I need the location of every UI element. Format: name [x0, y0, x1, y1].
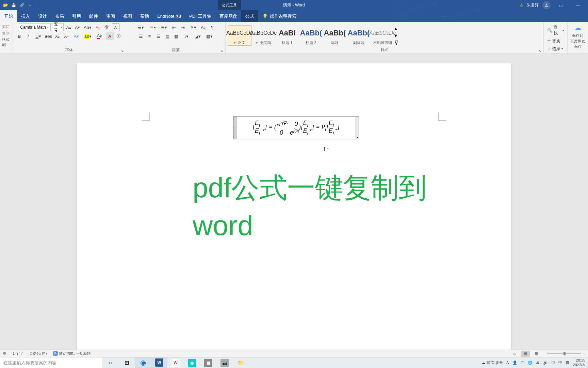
tab-layout[interactable]: 布局	[51, 10, 68, 22]
numbering-button[interactable]: ⩸▾	[147, 24, 158, 31]
view-read-button[interactable]: ▭	[510, 351, 519, 357]
tray-volume-icon[interactable]: 🔊	[543, 361, 548, 365]
page[interactable]: ⋮⋮ [Ei'⁻Ei'⁺] = (e-jφi 0 0 ejφi)[Ei⁻Ei⁺]…	[77, 63, 511, 352]
tab-insert[interactable]: 插入	[17, 10, 34, 22]
style-title[interactable]: AaBb(标题	[323, 25, 347, 46]
taskbar-search[interactable]: 在这里输入你要搜索的内容	[0, 357, 102, 368]
tray-battery-icon[interactable]: 🖷	[536, 361, 540, 365]
tell-me-search[interactable]: 💡 操作说明搜索	[258, 10, 300, 22]
status-words[interactable]: 1 个字	[13, 351, 23, 356]
zoom-slider[interactable]	[547, 353, 581, 354]
tray-clock[interactable]: 20:15 2022/3/	[573, 358, 585, 367]
font-name-select[interactable]: Cambria Math▾	[19, 24, 51, 31]
highlight-button[interactable]: ab▾	[83, 32, 93, 40]
app-icon[interactable]: ◉	[184, 357, 200, 368]
tab-home[interactable]: 开始	[0, 10, 17, 22]
align-left-button[interactable]: ☰	[137, 32, 145, 40]
tab-help[interactable]: 帮助	[136, 10, 153, 22]
tray-app-icon[interactable]: 👤	[512, 361, 517, 365]
enclose-char-button[interactable]: ㊉	[115, 32, 122, 40]
replace-button[interactable]: ᵃᵇ替换	[546, 37, 565, 45]
borders-button[interactable]: ▦▾	[205, 32, 215, 40]
subscript-button[interactable]: X₂	[54, 32, 61, 40]
view-web-button[interactable]: ▦	[532, 351, 541, 357]
word-icon[interactable]: W	[151, 357, 167, 368]
shrink-font-button[interactable]: A▾	[74, 24, 81, 31]
edge-icon[interactable]: ◉	[135, 357, 151, 368]
tab-view[interactable]: 视图	[119, 10, 136, 22]
task-view-icon[interactable]: ⊞	[118, 357, 135, 368]
char-border-button[interactable]: A	[112, 24, 119, 31]
warning-icon[interactable]: ⚠	[520, 3, 523, 7]
select-button[interactable]: ⬀选择▾	[546, 45, 565, 53]
share-icon[interactable]: 🔗	[19, 2, 24, 8]
explorer-icon[interactable]: 📁	[233, 357, 249, 368]
multilevel-button[interactable]: ≣▾	[159, 24, 169, 31]
status-page[interactable]: 页	[3, 351, 6, 356]
asian-layout-button[interactable]: ✕▾	[188, 24, 198, 31]
tab-mailings[interactable]: 邮件	[85, 10, 102, 22]
paragraph-launcher-icon[interactable]: ⬊	[220, 49, 223, 53]
app-icon[interactable]: 📷	[216, 357, 233, 368]
line-spacing-button[interactable]: ↕▾	[181, 32, 192, 40]
app-icon[interactable]: ▦	[200, 357, 216, 368]
view-print-button[interactable]: ▤	[521, 351, 530, 357]
open-icon[interactable]: 📂	[3, 2, 8, 8]
tab-endnote[interactable]: EndNote X8	[153, 10, 185, 22]
tab-pdftools[interactable]: PDF工具集	[185, 10, 215, 22]
style-heading1[interactable]: AaBl标题 1	[275, 25, 299, 46]
sort-button[interactable]: A↓	[200, 24, 207, 31]
justify-button[interactable]: ▤	[164, 32, 171, 40]
minimize-button[interactable]: —	[571, 0, 585, 10]
username[interactable]: 朱君泽	[527, 2, 539, 8]
avatar[interactable]	[542, 1, 551, 9]
wps-icon[interactable]: W	[167, 357, 184, 368]
style-normal[interactable]: AaBbCcDc↵ 正文	[228, 25, 251, 46]
style-nospacing[interactable]: AaBbCcDc↵ 无间隔	[251, 25, 275, 46]
ribbon-display-icon[interactable]: ⬚	[554, 0, 568, 10]
ime-indicator[interactable]: 中	[558, 360, 562, 365]
tab-equation[interactable]: 公式	[241, 10, 258, 22]
strikethrough-button[interactable]: abc	[45, 32, 52, 40]
style-subtle[interactable]: AaBbCcDc不明显强调	[371, 25, 394, 46]
shading-button[interactable]: ◢▾	[193, 32, 203, 40]
text-effects-button[interactable]: A▾	[71, 32, 82, 40]
tab-references[interactable]: 引用	[68, 10, 85, 22]
tray-display-icon[interactable]: 🖵	[521, 361, 524, 365]
align-center-button[interactable]: ≡	[146, 32, 153, 40]
tab-review[interactable]: 审阅	[102, 10, 119, 22]
tab-design[interactable]: 设计	[34, 10, 51, 22]
find-button[interactable]: 🔍查找▾	[546, 24, 565, 37]
style-heading2[interactable]: AaBb(标题 2	[299, 25, 323, 46]
italic-button[interactable]: I	[24, 32, 32, 40]
bold-button[interactable]: B	[16, 32, 23, 40]
font-size-select[interactable]: 五号▾	[52, 24, 64, 31]
style-more-button[interactable]: ▴▾⊽	[394, 25, 401, 46]
show-marks-button[interactable]: ¶	[209, 24, 216, 31]
change-case-button[interactable]: Aa▾	[83, 24, 93, 31]
style-subtitle[interactable]: AaBb(副标题	[347, 25, 371, 46]
decrease-indent-button[interactable]: ⇤	[170, 24, 178, 31]
format-painter[interactable]: 格式刷	[2, 36, 10, 48]
phonetic-button[interactable]: 变	[103, 24, 111, 31]
styles-launcher-icon[interactable]: ⬊	[539, 49, 541, 53]
align-right-button[interactable]: ☰	[155, 32, 162, 40]
bullets-button[interactable]: ☰▾	[136, 24, 146, 31]
save-cloud-button[interactable]: ☁ 保存到 百度网盘	[570, 24, 586, 44]
document-area[interactable]: ⋮⋮ [Ei'⁻Ei'⁺] = (e-jφi 0 0 ejφi)[Ei⁻Ei⁺]…	[0, 54, 588, 352]
status-accessibility[interactable]: ♿ 辅助功能: 一切就绪	[53, 351, 91, 356]
underline-button[interactable]: U▾	[33, 32, 44, 40]
ime-mode[interactable]: 拼	[566, 360, 569, 365]
font-color-button[interactable]: A▾	[95, 32, 105, 40]
grow-font-button[interactable]: A▴	[65, 24, 72, 31]
status-lang[interactable]: 英语(美国)	[29, 351, 47, 356]
tab-baidu[interactable]: 百度网盘	[215, 10, 241, 22]
equation-handle[interactable]: ⋮⋮	[234, 117, 237, 139]
zoom-out-button[interactable]: −	[543, 352, 545, 356]
tray-security-icon[interactable]: 🛡	[551, 361, 555, 365]
equation-content[interactable]: [Ei'⁻Ei'⁺] = (e-jφi 0 0 ejφi)[Ei⁻Ei⁺] = …	[237, 118, 355, 138]
qat-dropdown-icon[interactable]: ▾	[27, 2, 33, 8]
equation-object[interactable]: ⋮⋮ [Ei'⁻Ei'⁺] = (e-jφi 0 0 ejφi)[Ei⁻Ei⁺]…	[233, 116, 359, 139]
weather-widget[interactable]: ☁ 19°C 多云	[481, 360, 503, 365]
equation-dropdown-icon[interactable]: ▾	[355, 117, 359, 139]
